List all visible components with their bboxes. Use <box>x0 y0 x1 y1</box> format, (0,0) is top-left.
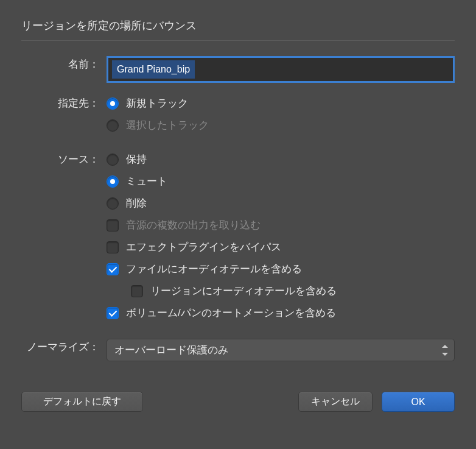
source-label: ソース： <box>21 151 107 168</box>
radio-label: 保持 <box>126 151 147 168</box>
source-delete[interactable]: 削除 <box>107 195 455 212</box>
checkbox-label: リージョンにオーディオテールを含める <box>150 283 337 300</box>
cancel-button[interactable]: キャンセル <box>298 392 373 412</box>
include-vol-pan-automation[interactable]: ボリューム/パンのオートメーションを含める <box>107 305 455 322</box>
select-value: オーバーロード保護のみ <box>114 344 228 356</box>
checkbox-icon <box>107 219 119 232</box>
include-audio-tail-region[interactable]: リージョンにオーディオテールを含める <box>131 283 455 300</box>
destination-label: 指定先： <box>21 95 107 112</box>
normalize-row: ノーマライズ： オーバーロード保護のみ <box>21 339 455 361</box>
source-keep[interactable]: 保持 <box>107 151 455 168</box>
radio-icon <box>107 154 119 166</box>
destination-selected-track: 選択したトラック <box>107 117 455 134</box>
radio-label: 新規トラック <box>126 95 188 112</box>
normalize-select[interactable]: オーバーロード保護のみ <box>107 339 455 361</box>
name-row: 名前： Grand Piano_bip <box>21 56 455 83</box>
name-input[interactable]: Grand Piano_bip <box>112 60 195 79</box>
radio-label: ミュート <box>126 173 167 190</box>
name-label: 名前： <box>21 56 107 73</box>
restore-defaults-button[interactable]: デフォルトに戻す <box>21 392 143 412</box>
radio-icon <box>107 175 119 188</box>
destination-new-track[interactable]: 新規トラック <box>107 95 455 112</box>
source-mute[interactable]: ミュート <box>107 173 455 190</box>
normalize-label: ノーマライズ： <box>21 339 107 356</box>
radio-icon <box>107 119 119 132</box>
bypass-fx[interactable]: エフェクトプラグインをバイパス <box>107 239 455 256</box>
checkbox-icon <box>107 307 119 319</box>
source-row: ソース： 保持 ミュート 削除 音源の複数の出力を取り込む エフェクトプラグイン… <box>21 151 455 327</box>
radio-icon <box>107 97 119 110</box>
button-row: デフォルトに戻す キャンセル OK <box>21 392 455 412</box>
checkbox-label: ファイルにオーディオテールを含める <box>126 261 302 278</box>
checkbox-label: エフェクトプラグインをバイパス <box>126 239 281 256</box>
name-input-wrap[interactable]: Grand Piano_bip <box>107 56 455 83</box>
dialog-title: リージョンを所定の場所にバウンス <box>21 18 455 33</box>
radio-icon <box>107 197 119 210</box>
checkbox-label: ボリューム/パンのオートメーションを含める <box>126 305 336 322</box>
include-audio-tail-file[interactable]: ファイルにオーディオテールを含める <box>107 261 455 278</box>
checkbox-icon <box>107 263 119 275</box>
title-divider <box>21 40 455 41</box>
radio-label: 選択したトラック <box>126 117 209 134</box>
updown-icon <box>441 344 449 356</box>
checkbox-icon <box>107 241 119 253</box>
checkbox-label: 音源の複数の出力を取り込む <box>126 217 261 234</box>
destination-row: 指定先： 新規トラック 選択したトラック <box>21 95 455 139</box>
include-multi-output: 音源の複数の出力を取り込む <box>107 217 455 234</box>
radio-label: 削除 <box>126 195 147 212</box>
ok-button[interactable]: OK <box>382 392 455 412</box>
checkbox-icon <box>131 285 143 297</box>
